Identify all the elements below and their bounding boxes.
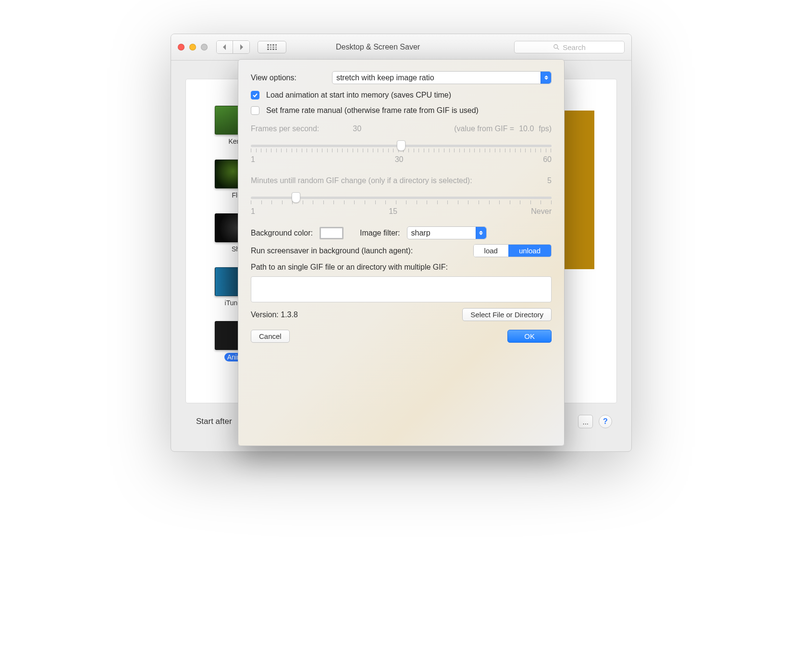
window-title: Desktop & Screen Saver [336, 43, 420, 51]
fps-mid: 30 [395, 155, 404, 164]
back-button[interactable] [217, 41, 233, 53]
search-icon [553, 44, 560, 50]
version-label: Version: [251, 311, 279, 319]
fps-gif-value: 10.0 [519, 124, 534, 133]
title-bar: Desktop & Screen Saver Search [171, 34, 631, 61]
bg-color-well[interactable] [320, 227, 344, 239]
checkbox-manual-framerate[interactable] [251, 106, 259, 115]
search-placeholder: Search [563, 43, 586, 51]
minutes-min: 1 [251, 207, 255, 216]
version-value: 1.3.8 [281, 311, 298, 319]
search-field[interactable]: Search [514, 41, 625, 53]
cancel-button[interactable]: Cancel [251, 330, 290, 343]
screensaver-options-sheet: View options: stretch with keep image ra… [238, 59, 565, 446]
fps-slider[interactable] [251, 138, 552, 154]
grid-icon [267, 44, 277, 50]
close-window-icon[interactable] [178, 44, 185, 50]
seg-unload-button[interactable]: unload [508, 245, 551, 257]
minutes-mid: 15 [389, 207, 397, 216]
checkbox-load-memory[interactable] [251, 91, 259, 99]
seg-load-button[interactable]: load [474, 245, 508, 257]
checkbox-load-memory-label: Load animation at start into memory (sav… [266, 91, 451, 99]
fps-unit: fps) [539, 124, 552, 133]
checkbox-manual-framerate-label: Set frame rate manual (otherwise frame r… [266, 106, 479, 115]
fps-input[interactable]: 30 [353, 124, 361, 133]
svg-line-1 [557, 48, 559, 50]
image-filter-label: Image filter: [360, 229, 400, 237]
fps-label: Frames per second: [251, 124, 319, 133]
ok-button[interactable]: OK [507, 330, 552, 343]
hot-corners-button[interactable]: ... [578, 415, 593, 428]
traffic-lights [178, 44, 208, 50]
view-options-label: View options: [251, 74, 296, 82]
forward-button[interactable] [233, 41, 249, 53]
fps-max: 60 [543, 155, 552, 164]
fps-slider-knob[interactable] [397, 140, 406, 151]
fps-min: 1 [251, 155, 255, 164]
image-filter-select[interactable]: sharp [407, 226, 487, 239]
minutes-slider-knob[interactable] [292, 192, 300, 203]
help-button[interactable]: ? [599, 415, 612, 428]
chevron-updown-icon [541, 72, 551, 84]
svg-point-0 [554, 45, 558, 49]
image-filter-value: sharp [411, 229, 431, 237]
view-options-value: stretch with keep image ratio [336, 74, 434, 82]
path-input[interactable] [251, 276, 552, 302]
minimize-window-icon[interactable] [189, 44, 196, 50]
minutes-max: Never [531, 207, 552, 216]
minutes-value: 5 [547, 176, 552, 185]
view-options-select[interactable]: stretch with keep image ratio [332, 71, 552, 84]
back-forward-group [216, 40, 250, 54]
minutes-label: Minutes untill random GIF change (only i… [251, 176, 472, 185]
launch-agent-segmented[interactable]: load unload [473, 244, 552, 257]
chevron-updown-icon [476, 227, 486, 239]
start-after-label: Start after [196, 417, 232, 426]
fps-gif-prefix: (value from GIF = [454, 124, 514, 133]
path-label: Path to an single GIF file or an directo… [251, 263, 552, 272]
bottom-buttons: ... ? [578, 415, 612, 428]
minutes-slider[interactable] [251, 190, 552, 206]
select-file-button[interactable]: Select File or Directory [462, 308, 552, 321]
zoom-window-icon [201, 44, 208, 50]
run-background-label: Run screensaver in background (launch ag… [251, 247, 413, 255]
bg-color-label: Background color: [251, 229, 313, 237]
show-all-button[interactable] [258, 41, 286, 53]
